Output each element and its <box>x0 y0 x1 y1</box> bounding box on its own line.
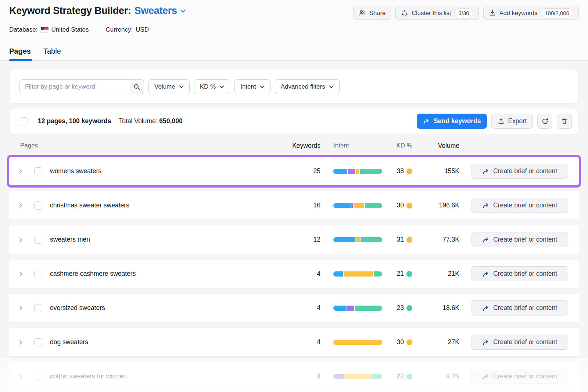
kd-difficulty-dot <box>406 339 412 345</box>
create-brief-button[interactable]: Create brief or content <box>472 164 568 179</box>
pages-table: womens sweaters 25 38 155K Create brief … <box>9 157 579 391</box>
search-input[interactable] <box>19 79 130 94</box>
kd-value: 23 <box>397 304 404 312</box>
keywords-count-badge: 100/2,000 <box>541 8 573 17</box>
create-brief-button[interactable]: Create brief or content <box>472 232 568 247</box>
table-row: sweaters men 12 31 77.3K Create brief or… <box>9 225 579 254</box>
tab-table[interactable]: Table <box>43 47 61 60</box>
intent-bar <box>333 374 382 379</box>
row-checkbox[interactable] <box>34 236 42 244</box>
intent-filter-dropdown[interactable]: Intent <box>234 79 270 94</box>
search-button[interactable] <box>130 79 144 94</box>
database-label: Database: <box>9 26 38 33</box>
tab-pages[interactable]: Pages <box>9 47 31 60</box>
keywords-count: 16 <box>278 202 320 209</box>
column-header-keywords: Keywords <box>278 142 320 150</box>
column-header-intent: Intent <box>333 142 382 149</box>
keywords-count: 4 <box>278 338 320 346</box>
expand-chevron-icon[interactable] <box>17 373 24 380</box>
kd-difficulty-dot <box>406 374 412 379</box>
share-button[interactable]: Share <box>353 6 391 20</box>
kd-difficulty-dot <box>406 168 412 174</box>
kd-difficulty-dot <box>406 305 412 311</box>
volume-filter-dropdown[interactable]: Volume <box>148 79 190 94</box>
expand-chevron-icon[interactable] <box>17 236 24 243</box>
create-brief-label: Create brief or content <box>493 270 557 278</box>
select-all-checkbox[interactable] <box>20 117 28 125</box>
export-button[interactable]: Export <box>491 114 533 129</box>
volume-value: 21K <box>412 270 459 278</box>
create-brief-button[interactable]: Create brief or content <box>472 300 568 316</box>
expand-chevron-icon[interactable] <box>17 339 24 346</box>
send-keywords-label: Send keywords <box>434 117 481 125</box>
keywords-count: 3 <box>278 373 320 380</box>
row-checkbox[interactable] <box>34 167 42 175</box>
create-brief-button[interactable]: Create brief or content <box>472 198 568 213</box>
cluster-this-list-button[interactable]: Cluster this list 3/30 <box>395 6 478 20</box>
intent-bar <box>333 340 382 345</box>
create-brief-label: Create brief or content <box>493 338 557 346</box>
advanced-filters-dropdown[interactable]: Advanced filters <box>275 79 340 94</box>
row-checkbox[interactable] <box>34 304 42 312</box>
expand-chevron-icon[interactable] <box>17 305 24 311</box>
create-brief-label: Create brief or content <box>493 202 557 209</box>
send-arrow-icon <box>483 168 490 175</box>
chevron-down-icon <box>180 9 186 13</box>
add-keywords-label: Add keywords <box>499 10 538 17</box>
chevron-down-icon <box>219 85 224 88</box>
us-flag-icon <box>41 27 49 33</box>
delete-button[interactable] <box>557 114 572 129</box>
create-brief-button[interactable]: Create brief or content <box>472 335 568 350</box>
row-checkbox[interactable] <box>34 373 42 381</box>
keywords-count: 4 <box>278 270 320 278</box>
cluster-label: Cluster this list <box>412 10 451 17</box>
keywords-count: 25 <box>278 167 320 175</box>
kd-difficulty-dot <box>406 203 412 209</box>
export-icon <box>498 118 505 125</box>
table-row: womens sweaters 25 38 155K Create brief … <box>9 157 579 185</box>
list-picker[interactable]: Sweaters <box>135 5 186 17</box>
table-row: dog sweaters 4 30 27K Create brief or co… <box>9 328 579 356</box>
expand-chevron-icon[interactable] <box>17 271 24 277</box>
send-keywords-button[interactable]: Send keywords <box>417 114 487 129</box>
expand-chevron-icon[interactable] <box>17 202 24 209</box>
create-brief-button[interactable]: Create brief or content <box>472 266 568 281</box>
chevron-down-icon <box>260 85 265 88</box>
intent-bar <box>333 306 382 311</box>
row-checkbox[interactable] <box>34 270 42 278</box>
top-header: Keyword Strategy Builder: Sweaters Share <box>0 0 588 33</box>
kd-filter-dropdown[interactable]: KD % <box>194 79 230 94</box>
refresh-button[interactable] <box>537 114 552 129</box>
table-header: Pages Keywords Intent KD % Volume <box>9 134 579 157</box>
column-header-pages: Pages <box>9 142 278 149</box>
page-name: cashmere cashmere sweaters <box>46 270 278 278</box>
table-row: oversized sweaters 4 23 18.6K Create bri… <box>9 294 579 322</box>
page-name: oversized sweaters <box>46 304 278 312</box>
volume-filter-label: Volume <box>154 83 175 90</box>
kd-value: 38 <box>397 167 404 175</box>
intent-bar <box>333 203 382 208</box>
send-arrow-icon <box>483 373 490 380</box>
total-volume-label: Total Volume: <box>119 117 157 125</box>
kd-value: 31 <box>397 236 404 243</box>
page-name: womens sweaters <box>46 167 278 175</box>
table-row: cashmere cashmere sweaters 4 21 21K Crea… <box>9 260 579 288</box>
intent-bar <box>333 169 382 174</box>
chevron-down-icon <box>179 85 184 88</box>
row-checkbox[interactable] <box>34 202 42 210</box>
database-value: United States <box>51 26 89 33</box>
add-keywords-button[interactable]: Add keywords 100/2,000 <box>483 6 579 20</box>
page-name: dog sweaters <box>46 338 278 346</box>
table-row: cotton sweaters for women 3 22 9.7K Crea… <box>9 362 579 391</box>
row-checkbox[interactable] <box>34 338 42 346</box>
search-icon <box>133 83 140 90</box>
create-brief-label: Create brief or content <box>493 373 557 380</box>
expand-chevron-icon[interactable] <box>17 168 24 175</box>
table-row: christmas sweater sweaters 16 30 196.6K … <box>9 191 579 220</box>
view-tabs: Pages Table <box>0 47 588 61</box>
cluster-count-badge: 3/30 <box>454 8 473 17</box>
send-arrow-icon <box>483 271 490 277</box>
refresh-icon <box>541 118 549 125</box>
create-brief-button[interactable]: Create brief or content <box>472 369 568 384</box>
keywords-count: 4 <box>278 304 320 312</box>
